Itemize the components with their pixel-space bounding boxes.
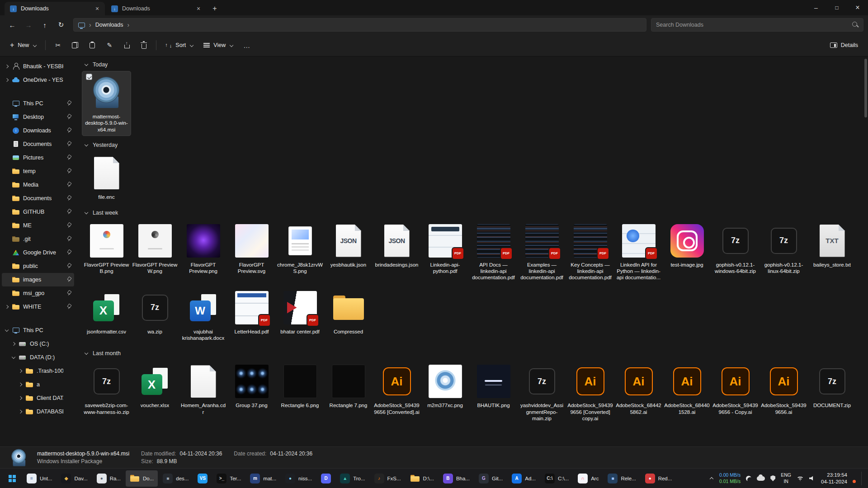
sidebar-item[interactable]: a xyxy=(2,378,74,391)
back-button[interactable] xyxy=(5,18,20,32)
sidebar-item[interactable]: DATABASE xyxy=(2,405,74,418)
sidebar-item[interactable]: Media xyxy=(2,178,74,192)
file-tile[interactable]: FlavorGPT Preview.svg xyxy=(227,220,276,277)
group-header[interactable]: Yesterday xyxy=(82,139,866,151)
file-tile[interactable]: FlavorGPT Preview B.png xyxy=(82,220,131,277)
taskbar-app[interactable]: A Ad... xyxy=(508,470,540,487)
taskbar-app[interactable]: ■ des... xyxy=(159,470,193,487)
taskbar-app[interactable]: >_ Ter... xyxy=(212,470,245,487)
taskbar-app[interactable]: C:\ C:\... xyxy=(541,470,573,487)
sidebar-item[interactable]: Documents xyxy=(2,137,74,151)
sidebar-item[interactable]: This PC xyxy=(2,324,74,337)
file-tile[interactable]: BHAUTIK.png xyxy=(469,360,518,411)
file-tile[interactable]: Key Concepts — linkedin-api documentatio… xyxy=(566,220,614,284)
sidebar-item[interactable]: temp xyxy=(2,164,74,178)
file-tile[interactable]: gophish-v0.12.1-linux-64bit.zip xyxy=(760,220,808,277)
taskbar-app[interactable]: VS xyxy=(193,470,212,487)
sidebar-item[interactable]: OneDrive - YESE xyxy=(2,73,74,87)
tab-close-icon[interactable] xyxy=(93,5,101,13)
file-tile[interactable]: vajubhai krishanapark.docx xyxy=(179,286,227,344)
start-button[interactable] xyxy=(3,470,22,487)
minimize-button[interactable] xyxy=(806,0,826,15)
breadcrumb-downloads[interactable]: Downloads xyxy=(95,22,123,28)
hidden-icons-chevron[interactable] xyxy=(709,476,714,481)
group-header[interactable]: Last week xyxy=(82,207,866,219)
file-tile[interactable]: Rectangle 6.png xyxy=(276,360,324,411)
scrollbar-thumb[interactable] xyxy=(864,59,867,117)
view-button[interactable]: View xyxy=(199,38,238,52)
copy-button[interactable] xyxy=(67,38,83,52)
notification-badge[interactable] xyxy=(853,480,856,483)
language-indicator[interactable]: ENG IN xyxy=(781,472,791,484)
sidebar-item[interactable]: OS (C:) xyxy=(2,337,74,351)
file-tile[interactable]: m2m377xc.png xyxy=(421,360,469,411)
taskbar-app[interactable]: ● Red... xyxy=(641,470,676,487)
sidebar-item[interactable]: ME xyxy=(2,219,74,232)
file-tile[interactable]: yashvidotdev_AssignmentRepo-main.zip xyxy=(518,360,566,424)
file-tile[interactable]: yesbhautik.json xyxy=(324,220,373,271)
clock-widget[interactable]: 23:19:54 04-11-2024 xyxy=(821,472,847,485)
file-tile[interactable]: API Docs — linkedin-api documentation.pd… xyxy=(469,220,518,284)
paste-button[interactable] xyxy=(84,38,100,52)
expand-chevron-icon[interactable] xyxy=(11,355,16,360)
sidebar-item[interactable]: This PC xyxy=(2,97,74,110)
expand-chevron-icon[interactable] xyxy=(18,382,23,387)
expand-chevron-icon[interactable] xyxy=(18,409,23,414)
file-tile[interactable]: FlavorGPT Preview W.png xyxy=(131,220,179,277)
file-tile[interactable]: Rectangle 7.png xyxy=(324,360,373,411)
sidebar-item[interactable]: Documents xyxy=(2,192,74,205)
file-tile[interactable]: gophish-v0.12.1-windows-64bit.zip xyxy=(711,220,760,277)
file-tile[interactable]: AdobeStock_594399656 [Converted] copy.ai xyxy=(566,360,614,424)
show-desktop-button[interactable] xyxy=(861,472,863,485)
file-area[interactable]: Today mattermost-desktop-5.9.0-win-x64.m… xyxy=(76,56,868,446)
sidebar-item[interactable]: Downloads xyxy=(2,124,74,137)
file-tile[interactable]: LinkedIn API for Python — linkedin-api d… xyxy=(614,220,663,284)
wifi-icon[interactable] xyxy=(797,476,804,481)
taskbar-app[interactable]: Do... xyxy=(126,470,158,487)
expand-chevron-icon[interactable] xyxy=(18,396,23,400)
sidebar-item[interactable]: GITHUB xyxy=(2,205,74,219)
refresh-button[interactable] xyxy=(53,18,69,32)
address-bar[interactable]: Downloads xyxy=(73,18,646,32)
file-tile[interactable]: baileys_store.txt xyxy=(808,220,856,271)
file-tile[interactable]: Examples — linkedin-api documentation.pd… xyxy=(518,220,566,284)
group-header[interactable]: Last month xyxy=(82,347,866,359)
delete-button[interactable] xyxy=(136,38,152,52)
sidebar-item[interactable]: WHITE xyxy=(2,300,74,314)
taskbar-app[interactable]: B Bha... xyxy=(439,470,474,487)
share-button[interactable] xyxy=(118,38,135,52)
file-tile[interactable]: Compressed xyxy=(324,286,373,338)
sidebar-item[interactable]: .git xyxy=(2,232,74,246)
search-input[interactable] xyxy=(656,22,849,28)
details-pane-button[interactable]: Details xyxy=(826,38,863,52)
sidebar-item[interactable]: public xyxy=(2,259,74,273)
taskbar-app[interactable]: ● niss... xyxy=(281,470,316,487)
file-tile[interactable]: wa.zip xyxy=(131,286,179,338)
sidebar-item[interactable]: Client DATA xyxy=(2,391,74,405)
expand-chevron-icon[interactable] xyxy=(18,369,23,373)
taskbar-app[interactable]: m mat... xyxy=(246,470,280,487)
sidebar-item[interactable]: images xyxy=(2,273,74,286)
sidebar-item[interactable]: Google Drive xyxy=(2,246,74,259)
file-tile[interactable]: Homem_Aranha.cdr xyxy=(179,360,227,418)
sidebar-item[interactable]: DATA (D:) xyxy=(2,351,74,364)
file-tile[interactable]: DOCUMENT.zip xyxy=(808,360,856,411)
taskbar-app[interactable]: ♪ FxS... xyxy=(370,470,405,487)
file-tile[interactable]: file.enc xyxy=(82,152,131,203)
expand-chevron-icon[interactable] xyxy=(5,328,9,333)
sidebar-item[interactable]: Pictures xyxy=(2,151,74,164)
taskbar-app[interactable]: G Git... xyxy=(475,470,507,487)
cut-button[interactable] xyxy=(50,38,66,52)
file-tile[interactable]: brindadesings.json xyxy=(373,220,421,271)
taskbar-app[interactable]: ● Ra... xyxy=(93,470,125,487)
file-tile[interactable]: saveweb2zip-com-www-harness-io.zip xyxy=(82,360,131,418)
file-tile[interactable]: chrome_J8sk1zrvWS.png xyxy=(276,220,324,277)
file-tile[interactable]: jsonformatter.csv xyxy=(82,286,131,338)
file-tile[interactable]: voucher.xlsx xyxy=(131,360,179,411)
explorer-tab[interactable]: Downloads xyxy=(106,2,206,15)
file-tile[interactable]: Linkedin-api-python.pdf xyxy=(421,220,469,277)
tab-close-icon[interactable] xyxy=(194,5,203,13)
taskbar-app[interactable]: ∩ Arc xyxy=(574,470,603,487)
taskbar-app[interactable]: ■ Rele... xyxy=(604,470,640,487)
focus-assist-icon[interactable] xyxy=(746,476,751,481)
